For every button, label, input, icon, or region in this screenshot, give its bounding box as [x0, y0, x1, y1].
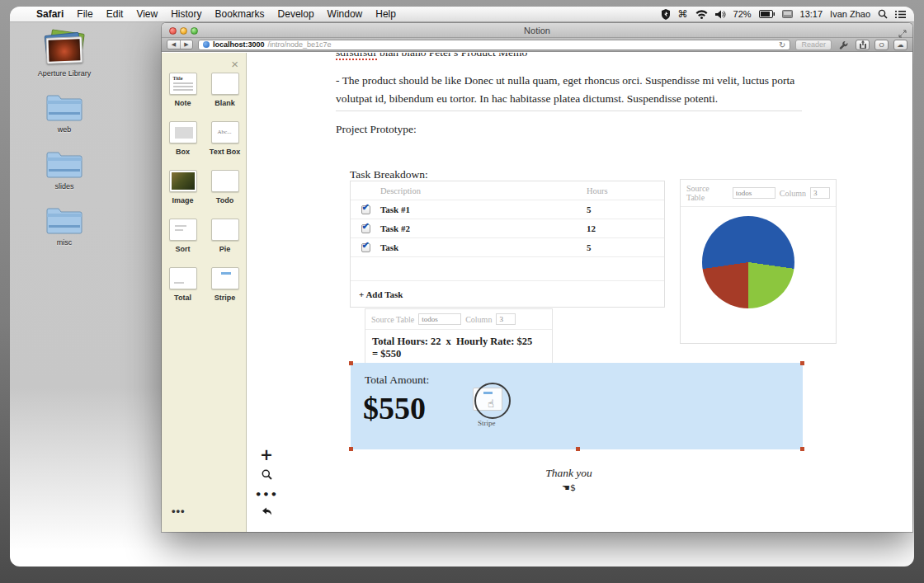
folder-icon	[45, 149, 83, 179]
fullscreen-icon[interactable]	[898, 26, 907, 41]
selection-handle[interactable]	[349, 361, 353, 365]
menu-help[interactable]: Help	[375, 8, 396, 20]
column-label: Column	[780, 189, 806, 198]
menu-develop[interactable]: Develop	[278, 8, 314, 20]
task-desc[interactable]: Task #2	[380, 223, 587, 233]
palette-item-textbox[interactable]: Abc... Text Box	[210, 121, 241, 156]
menu-edit[interactable]: Edit	[106, 8, 124, 20]
desktop-icon-label: web	[58, 125, 72, 134]
thank-you-text: Thank you	[336, 467, 802, 480]
task-hours[interactable]: 12	[587, 223, 664, 233]
desktop-icon-folder-2[interactable]: slides	[45, 149, 83, 191]
menu-bar: Safari File Edit View History Bookmarks …	[10, 7, 914, 22]
reader-button[interactable]: Reader	[795, 40, 832, 50]
undo-arrow-icon[interactable]	[262, 505, 272, 520]
doc-paragraph[interactable]: - The product should be like Donec ut nu…	[336, 72, 799, 108]
task-checkbox[interactable]: ✔	[361, 243, 370, 252]
menu-file[interactable]: File	[77, 8, 92, 20]
clock[interactable]: 13:17	[800, 9, 823, 19]
desktop-icon-folder-3[interactable]: misc	[45, 205, 83, 247]
zoom-window-button[interactable]	[191, 27, 198, 35]
column-label: Column	[465, 315, 492, 324]
volume-icon[interactable]	[715, 10, 726, 19]
desktop-icon-folder-1[interactable]: web	[45, 92, 83, 134]
selection-handle[interactable]	[576, 447, 580, 451]
column-input[interactable]	[496, 313, 516, 325]
forward-button[interactable]: ▶	[180, 40, 192, 49]
palette-item-total[interactable]: Total	[167, 267, 199, 302]
palette-thumb-blank	[211, 73, 239, 95]
more-tools-button[interactable]: •••	[255, 489, 278, 500]
palette-more-dots[interactable]: •••	[172, 505, 186, 517]
wrench-icon[interactable]	[837, 40, 851, 50]
address-bar[interactable]: localhost:3000/intro/node_be1c7e ↻	[198, 40, 790, 50]
close-window-button[interactable]	[169, 27, 177, 35]
palette-item-stripe[interactable]: Stripe	[210, 267, 241, 302]
total-amount-stripe[interactable]: Total Amount: $550	[351, 363, 803, 449]
signature-glyph: ☚$	[336, 482, 802, 493]
user-menu[interactable]: Ivan Zhao	[830, 9, 870, 19]
palette-close-icon[interactable]: ×	[231, 58, 238, 70]
desktop-icons: Aperture Library web slides misc	[25, 31, 104, 261]
palette-item-note[interactable]: Title Note	[167, 73, 199, 107]
total-amount-label: Total Amount:	[365, 374, 429, 387]
search-icon[interactable]	[878, 9, 888, 19]
refresh-icon[interactable]: ↻	[779, 40, 785, 49]
task-row[interactable]: ✔ Task #2 12	[351, 219, 664, 238]
selection-handle[interactable]	[800, 447, 804, 451]
notification-list-icon[interactable]	[895, 10, 906, 19]
menu-bookmarks[interactable]: Bookmarks	[215, 8, 265, 20]
document-canvas[interactable]: sdfsdfsdf blah blaho Peter's Product Mem…	[247, 53, 912, 532]
task-row[interactable]: ✔ Task 5	[351, 238, 664, 257]
total-widget: Source Table Column Total Hours:22 x Hou…	[365, 308, 553, 367]
add-block-button[interactable]: +	[260, 447, 273, 463]
task-hours[interactable]: 5	[587, 205, 664, 214]
task-row[interactable]: ✔ Task #1 5	[351, 200, 664, 219]
column-input[interactable]	[810, 187, 830, 199]
window-titlebar[interactable]: Notion	[162, 23, 912, 38]
task-row-empty[interactable]	[351, 257, 664, 281]
selection-handle[interactable]	[349, 447, 353, 451]
desktop-icon-label: misc	[57, 238, 73, 247]
wifi-icon[interactable]	[695, 10, 708, 19]
source-table-label: Source Table	[371, 315, 414, 324]
source-table-input[interactable]	[418, 313, 461, 325]
selection-handle[interactable]	[800, 361, 804, 365]
palette-item-blank[interactable]: Blank	[210, 73, 241, 107]
task-desc[interactable]: Task #1	[380, 205, 587, 214]
palette-thumb-sort	[169, 219, 197, 241]
tab-overview-button[interactable]: O	[874, 40, 889, 50]
palette-item-image[interactable]: Image	[167, 170, 199, 205]
command-icon[interactable]: ⌘	[678, 9, 688, 19]
doc-heading[interactable]: sdfsdfsdf blah blaho Peter's Product Mem…	[336, 53, 527, 59]
battery-percent: 72%	[733, 9, 752, 19]
menu-app-name[interactable]: Safari	[36, 8, 64, 20]
palette-item-pie[interactable]: Pie	[210, 219, 241, 253]
menu-view[interactable]: View	[136, 8, 158, 20]
palette-item-todo[interactable]: Todo	[210, 170, 241, 205]
task-hours[interactable]: 5	[587, 242, 664, 252]
task-checkbox[interactable]: ✔	[361, 224, 370, 233]
menu-history[interactable]: History	[171, 8, 201, 20]
doc-prototype-heading[interactable]: Project Prototype:	[336, 123, 417, 136]
back-button[interactable]: ◀	[167, 40, 180, 49]
battery-icon[interactable]	[759, 10, 775, 18]
desktop-icon-aperture-library[interactable]: Aperture Library	[38, 31, 92, 78]
add-task-button[interactable]: + Add Task	[351, 281, 664, 307]
minimize-window-button[interactable]	[180, 27, 187, 35]
menu-window[interactable]: Window	[328, 8, 363, 20]
palette-thumb-total	[169, 267, 197, 289]
task-table-header: Description Hours	[351, 181, 664, 200]
search-tool-icon[interactable]	[262, 468, 272, 483]
task-checkbox[interactable]: ✔	[361, 205, 370, 214]
task-desc[interactable]: Task	[380, 242, 587, 252]
palette-item-sort[interactable]: Sort	[167, 219, 199, 253]
doc-tasks-heading[interactable]: Task Breakdown:	[350, 168, 428, 181]
hourly-rate-value: $25	[516, 336, 532, 347]
source-table-input[interactable]	[733, 187, 776, 199]
input-menu-icon[interactable]	[782, 10, 793, 18]
palette-item-box[interactable]: Box	[167, 121, 199, 156]
shield-icon[interactable]	[661, 9, 671, 20]
share-button[interactable]	[856, 40, 870, 50]
pie-widget: Source Table Column	[680, 179, 837, 344]
